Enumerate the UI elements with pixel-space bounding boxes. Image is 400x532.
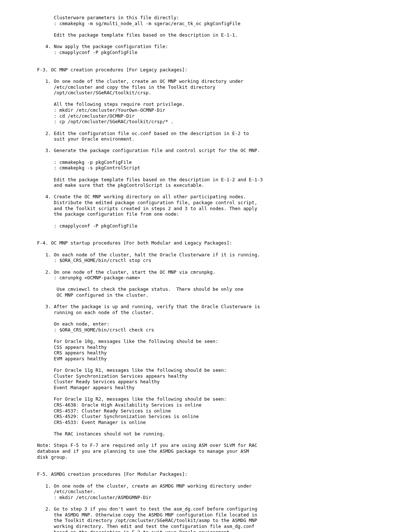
document-body: Clusterware parameters in this file dire… bbox=[37, 15, 400, 532]
